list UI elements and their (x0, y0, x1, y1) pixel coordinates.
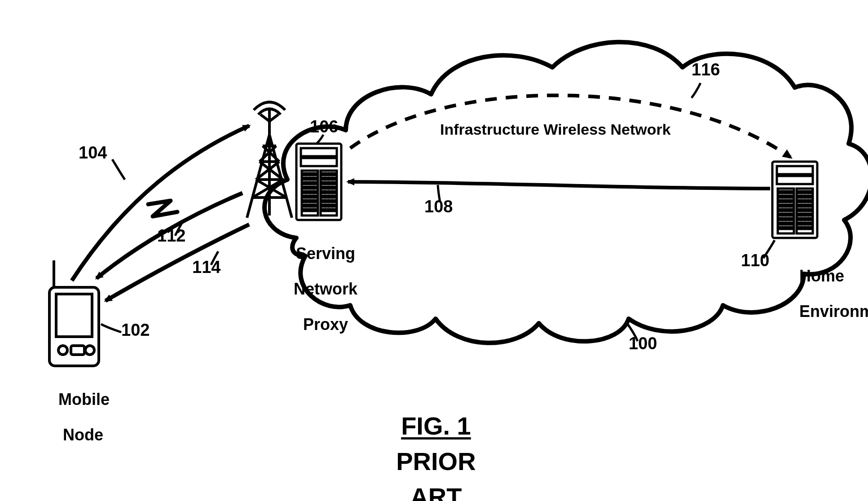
svg-rect-108 (787, 200, 789, 202)
ref-108: 108 (424, 198, 453, 216)
svg-rect-154 (798, 214, 800, 215)
svg-rect-155 (802, 214, 804, 215)
svg-rect-54 (307, 209, 309, 211)
svg-rect-124 (787, 218, 789, 220)
serving-proxy-label-3: Proxy (303, 315, 348, 334)
svg-rect-103 (783, 196, 785, 198)
svg-rect-161 (809, 218, 811, 220)
svg-rect-169 (809, 227, 811, 229)
svg-rect-128 (787, 223, 789, 224)
svg-rect-73 (322, 191, 324, 193)
svg-rect-45 (304, 200, 305, 202)
svg-rect-117 (790, 209, 792, 211)
svg-rect-47 (311, 200, 313, 202)
svg-rect-160 (806, 218, 807, 220)
svg-rect-164 (806, 223, 807, 224)
svg-rect-146 (798, 205, 800, 207)
svg-rect-38 (307, 191, 309, 193)
svg-rect-111 (783, 205, 785, 207)
serving-proxy-server-icon (296, 144, 341, 220)
svg-rect-27 (311, 178, 313, 180)
svg-rect-82 (326, 200, 328, 202)
svg-rect-114 (780, 209, 781, 211)
svg-rect-120 (787, 214, 789, 215)
ref-114: 114 (192, 258, 220, 277)
svg-rect-53 (304, 209, 305, 211)
svg-rect-34 (307, 187, 309, 189)
svg-rect-43 (311, 196, 313, 198)
home-env-label-2: Environment (799, 302, 868, 321)
svg-rect-110 (780, 205, 781, 207)
svg-rect-140 (806, 196, 807, 198)
svg-rect-92 (333, 209, 335, 211)
network-title: Infrastructure Wireless Network (440, 121, 671, 138)
svg-rect-127 (783, 223, 785, 224)
svg-rect-69 (322, 187, 324, 189)
svg-rect-61 (322, 178, 324, 180)
serving-proxy-label-2: Network (294, 280, 357, 298)
svg-rect-151 (802, 209, 804, 211)
svg-rect-64 (333, 178, 335, 180)
svg-rect-102 (780, 196, 781, 198)
ref-102: 102 (121, 321, 150, 340)
svg-rect-25 (304, 178, 305, 180)
svg-rect-157 (809, 214, 811, 215)
figure-subtitle-2: ART (410, 483, 462, 501)
svg-rect-104 (787, 196, 789, 198)
svg-rect-80 (333, 196, 335, 198)
svg-rect-89 (322, 209, 324, 211)
svg-rect-70 (326, 187, 328, 189)
svg-rect-52 (314, 205, 316, 207)
svg-rect-29 (304, 182, 305, 184)
svg-rect-75 (330, 191, 331, 193)
svg-rect-35 (311, 187, 313, 189)
svg-rect-100 (787, 191, 789, 193)
svg-rect-44 (314, 196, 316, 198)
home-env-label-1: Home (799, 267, 844, 285)
svg-rect-162 (798, 223, 800, 224)
svg-rect-166 (798, 227, 800, 229)
svg-rect-72 (333, 187, 335, 189)
svg-rect-74 (326, 191, 328, 193)
svg-rect-86 (326, 205, 328, 207)
figure-subtitle-1: PRIOR (396, 447, 476, 475)
svg-rect-81 (322, 200, 324, 202)
svg-rect-84 (333, 200, 335, 202)
svg-rect-163 (802, 223, 804, 224)
svg-rect-24 (314, 173, 316, 175)
svg-rect-113 (790, 205, 792, 207)
svg-rect-26 (307, 178, 309, 180)
svg-rect-83 (330, 200, 331, 202)
svg-rect-112 (787, 205, 789, 207)
svg-rect-118 (780, 214, 781, 215)
svg-rect-107 (783, 200, 785, 202)
svg-rect-149 (809, 205, 811, 207)
svg-rect-48 (314, 200, 316, 202)
svg-rect-21 (304, 173, 305, 175)
svg-rect-85 (322, 205, 324, 207)
svg-rect-60 (333, 173, 335, 175)
svg-rect-142 (798, 200, 800, 202)
svg-rect-139 (802, 196, 804, 198)
svg-rect-123 (783, 218, 785, 220)
svg-rect-121 (790, 214, 792, 215)
svg-rect-168 (806, 227, 807, 229)
ref-116: 116 (692, 61, 720, 79)
svg-rect-152 (806, 209, 807, 211)
svg-rect-145 (809, 200, 811, 202)
svg-rect-65 (322, 182, 324, 184)
svg-rect-137 (809, 191, 811, 193)
svg-rect-55 (311, 209, 313, 211)
svg-rect-67 (330, 182, 331, 184)
svg-rect-78 (326, 196, 328, 198)
home-environment-server-icon (772, 162, 817, 238)
svg-rect-32 (314, 182, 316, 184)
svg-rect-58 (326, 173, 328, 175)
ref-110: 110 (741, 251, 769, 270)
svg-rect-49 (304, 205, 305, 207)
svg-rect-125 (790, 218, 792, 220)
svg-rect-62 (326, 178, 328, 180)
svg-rect-23 (311, 173, 313, 175)
svg-rect-63 (330, 178, 331, 180)
serving-proxy-label-1: Serving (296, 244, 355, 263)
